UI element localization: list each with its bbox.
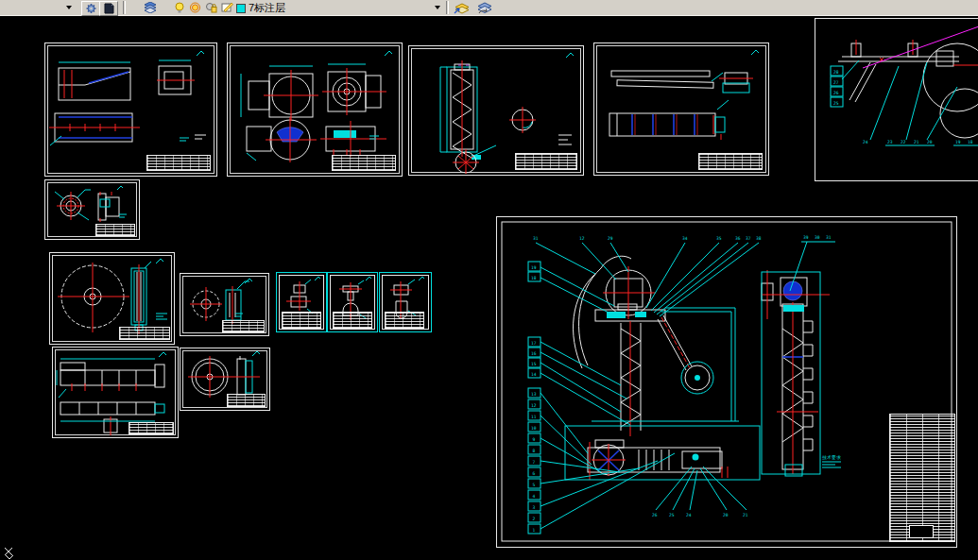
balloon-number: 18: [968, 140, 973, 144]
title-block: [282, 312, 321, 329]
balloon-number: 26: [833, 91, 839, 95]
balloon-number: 3: [533, 505, 536, 510]
drawing-frame-fragment: 28 27 26 25 24 23 22 21 20 19 18: [815, 18, 978, 181]
annotation-monitor-button[interactable]: [99, 1, 118, 16]
assembly-bottom-view: [588, 440, 722, 475]
balloon-number: 20: [927, 140, 933, 144]
title-block: [129, 422, 174, 434]
annotation-page-icon: [103, 3, 115, 14]
title-block: [698, 153, 763, 170]
parts-list-table: [889, 414, 955, 542]
layer-combo-dropdown-arrow[interactable]: [435, 6, 440, 9]
balloon-number: 24: [863, 140, 868, 144]
gear-icon: [85, 3, 97, 14]
balloon-number: 16: [531, 351, 537, 356]
balloon-number: 2: [533, 517, 536, 521]
drawing-frame-disc: [180, 348, 270, 411]
balloon-number: 12: [579, 236, 585, 241]
title-block: [385, 312, 424, 329]
lock-gear-icon[interactable]: [205, 2, 218, 13]
sun-icon[interactable]: [189, 2, 202, 13]
balloon-number: 28: [833, 70, 839, 75]
toolbar-separator: [446, 1, 449, 14]
title-block: [146, 155, 211, 171]
drawing-frame-bar: [52, 347, 179, 438]
balloon-number: 7: [533, 460, 536, 465]
drawing-frame-trough: [593, 42, 769, 176]
assembly-front-view: [574, 256, 710, 431]
drawing-frame-auger: [408, 45, 584, 176]
drawing-frame-assembly: 31 12 29 34 35 36 37 38 39 30 31 19 18 1…: [496, 216, 957, 548]
layer-previous-icon[interactable]: [476, 2, 492, 13]
crosshair-cursor: [3, 547, 18, 560]
drawing-frame-wheel-small: [180, 273, 269, 336]
lightbulb-icon[interactable]: [174, 2, 187, 13]
balloon-number: 26: [652, 513, 658, 518]
layer-edit-icon[interactable]: [221, 2, 234, 13]
dropdown-arrow-icon[interactable]: [66, 6, 72, 9]
layer-combo-value[interactable]: 7标注层: [249, 2, 285, 13]
balloon-number: 36: [735, 236, 741, 241]
balloon-number: 25: [833, 101, 839, 106]
toolbar-separator: [123, 1, 126, 14]
layer-color-swatch[interactable]: [236, 4, 246, 13]
balloon-number: 31: [826, 235, 832, 240]
balloon-number: 21: [743, 513, 748, 518]
drawing-frame-part-1: [276, 272, 327, 332]
balloon-number: 8: [533, 449, 536, 453]
balloon-number: 22: [901, 140, 906, 144]
balloon-number: 29: [608, 236, 613, 241]
balloon-number: 1: [533, 528, 536, 533]
balloon-number: 27: [833, 80, 839, 85]
balloon-number: 6: [533, 471, 536, 476]
balloon-number: 15: [531, 362, 537, 366]
balloon-number: 9: [533, 437, 536, 442]
balloon-number: 31: [533, 236, 539, 241]
drawing-frame-flange: [44, 179, 140, 240]
balloon-number: 25: [669, 513, 675, 518]
balloon-number: 21: [914, 140, 919, 144]
title-block: [95, 224, 135, 236]
title-block: [227, 394, 266, 407]
balloon-number: 12: [531, 403, 537, 408]
toolbar: 7标注层: [0, 0, 978, 16]
drawing-frame-gearbox: [227, 42, 403, 177]
balloon-number: 14: [531, 372, 537, 377]
cad-application: { "toolbar": { "layer_combo": { "value":…: [0, 0, 978, 560]
balloon-number: 13: [531, 392, 537, 397]
balloon-number: 10: [531, 426, 537, 431]
technical-note: 技术要求: [822, 454, 841, 461]
title-block: [119, 327, 170, 340]
balloon-number: 19: [531, 265, 537, 270]
balloon-number: 19: [955, 140, 961, 144]
balloon-number: 18: [531, 276, 537, 280]
settings-button[interactable]: [81, 1, 100, 16]
balloon-number: 23: [887, 140, 893, 144]
drawing-frame-bracket: [44, 42, 217, 177]
drawing-canvas[interactable]: 28 27 26 25 24 23 22 21 20 19 18: [0, 16, 978, 560]
balloon-number: 5: [533, 483, 536, 487]
fragment-drawing: 28 27 26 25 24 23 22 21 20 19 18: [815, 19, 978, 180]
drawing-frame-part-3: [379, 272, 432, 332]
balloon-number: 20: [723, 513, 729, 518]
layers-icon[interactable]: [144, 2, 157, 13]
assembly-cyan-fills: [607, 305, 804, 461]
balloon-number: 38: [756, 236, 762, 241]
assembly-drawing: 31 12 29 34 35 36 37 38 39 30 31 19 18 1…: [497, 217, 956, 547]
balloon-number: 17: [531, 341, 537, 346]
drawing-frame-part-2: [327, 272, 378, 332]
balloon-number: 4: [533, 494, 536, 499]
drawing-frame-wheel-large: [49, 252, 175, 345]
title-block: [515, 153, 577, 170]
balloon-number: 30: [815, 235, 820, 240]
balloon-number: 39: [803, 235, 809, 240]
make-object-layer-current-icon[interactable]: [454, 2, 470, 13]
title-block: [222, 320, 265, 332]
balloon-number: 34: [682, 236, 688, 241]
balloon-number: 24: [686, 513, 692, 518]
title-block: [333, 312, 372, 329]
balloon-number: 11: [531, 415, 537, 419]
title-block: [332, 155, 396, 171]
title-block-stamp: [909, 525, 934, 538]
balloon-number: 35: [716, 236, 722, 241]
